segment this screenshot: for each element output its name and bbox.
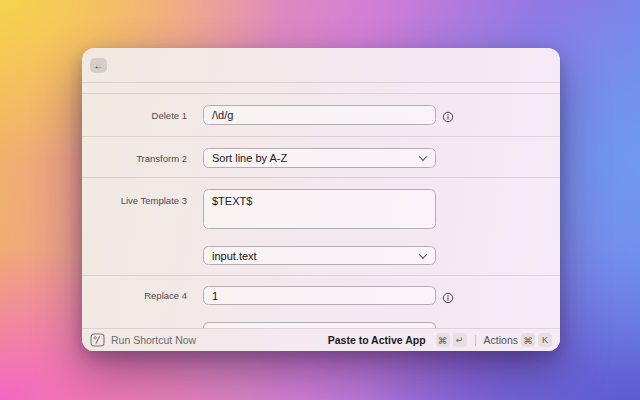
actions-button[interactable]: Actions xyxy=(484,334,518,346)
live-template-3-textarea[interactable]: $TEXT$ xyxy=(203,189,436,229)
scroll-row-divider xyxy=(82,93,560,94)
argument-select[interactable]: input.text xyxy=(203,246,436,265)
k-key-badge: K xyxy=(538,333,552,347)
cmd-key-badge: ⌘ xyxy=(521,333,535,347)
delete-1-input[interactable]: /\d/g xyxy=(203,105,436,125)
header-divider xyxy=(82,82,560,83)
footer-action-bar: Run Shortcut Now Paste to Active App ⌘ ↵… xyxy=(82,328,560,351)
delete-1-value: /\d/g xyxy=(212,109,233,121)
shortcut-form-window: ← Delete 1 /\d/g Transform 2 Sort line b… xyxy=(82,48,560,351)
info-circle-icon[interactable] xyxy=(442,109,454,121)
shortcut-slash-icon xyxy=(90,333,105,347)
field-label-replace-4: Replace 4 xyxy=(82,290,187,301)
field-label-delete-1: Delete 1 xyxy=(82,110,187,121)
chevron-down-icon xyxy=(419,153,427,161)
footer-separator xyxy=(475,335,476,346)
field-label-transform-2: Transform 2 xyxy=(82,153,187,164)
run-shortcut-label[interactable]: Run Shortcut Now xyxy=(111,334,196,346)
argument-select-value: input.text xyxy=(212,250,257,262)
row-divider xyxy=(82,177,560,178)
arrow-left-icon: ← xyxy=(94,60,104,71)
screen: ← Delete 1 /\d/g Transform 2 Sort line b… xyxy=(0,0,640,400)
back-button[interactable]: ← xyxy=(90,58,107,73)
row-divider xyxy=(82,136,560,137)
chevron-down-icon xyxy=(419,250,427,258)
primary-action-button[interactable]: Paste to Active App xyxy=(328,334,426,346)
info-circle-icon[interactable] xyxy=(442,290,454,302)
transform-2-select[interactable]: Sort line by A-Z xyxy=(203,148,436,168)
field-label-live-template-3: Live Template 3 xyxy=(82,195,187,206)
row-divider xyxy=(82,275,560,276)
replace-4-value: 1 xyxy=(212,290,218,302)
cmd-key-badge: ⌘ xyxy=(436,333,450,347)
return-key-badge: ↵ xyxy=(453,333,467,347)
replace-4-input[interactable]: 1 xyxy=(203,286,436,305)
live-template-3-value: $TEXT$ xyxy=(212,195,252,207)
transform-2-value: Sort line by A-Z xyxy=(212,152,287,164)
